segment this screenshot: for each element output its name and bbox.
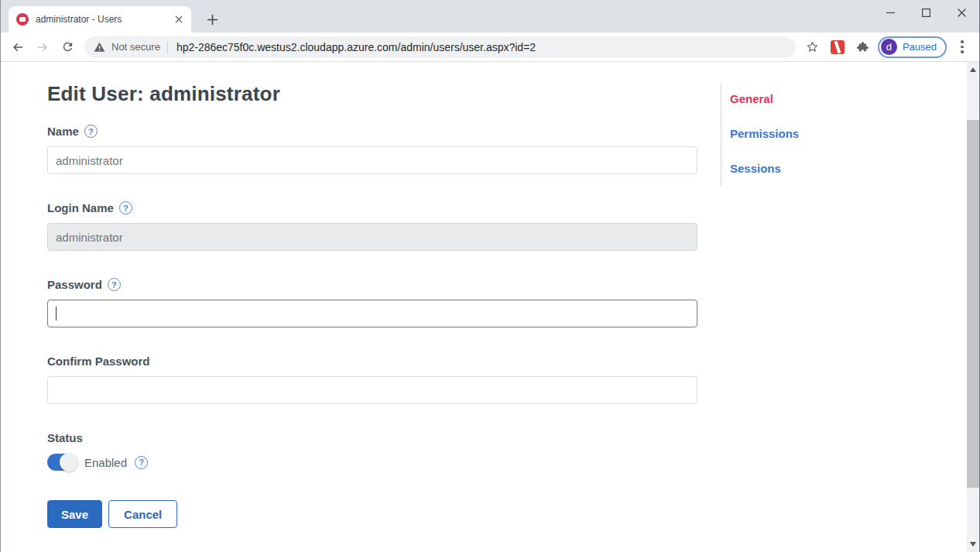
confirm-password-field-group: Confirm Password (47, 355, 697, 404)
tab-strip: administrator - Users (1, 0, 979, 33)
cancel-button[interactable]: Cancel (108, 500, 177, 528)
nav-item-general[interactable]: General (721, 92, 875, 105)
chrome-menu-button[interactable] (951, 36, 973, 58)
not-secure-warning-icon (94, 42, 105, 53)
browser-toolbar: Not secure hp2-286ec75f0c.westus2.clouda… (1, 33, 979, 62)
page-title: Edit User: administrator (47, 82, 697, 106)
browser-tab[interactable]: administrator - Users (9, 6, 191, 33)
password-input[interactable] (47, 300, 697, 327)
extensions-puzzle-icon[interactable] (852, 36, 873, 58)
tab-close-icon[interactable] (172, 13, 185, 26)
bookmark-star-icon[interactable] (802, 36, 824, 58)
reload-button[interactable] (57, 36, 78, 58)
toggle-knob (60, 453, 78, 471)
page-scrollbar[interactable] (967, 62, 979, 552)
address-bar[interactable]: Not secure hp2-286ec75f0c.westus2.clouda… (84, 36, 796, 58)
tab-title: administrator - Users (36, 14, 166, 25)
status-toggle[interactable] (47, 454, 77, 471)
page-content: Edit User: administrator Name ? Login Na… (2, 62, 966, 552)
nav-item-permissions[interactable]: Permissions (721, 127, 875, 140)
name-field-group: Name ? (47, 125, 697, 174)
window-close-button[interactable] (944, 0, 979, 25)
profile-button[interactable]: d Paused (878, 36, 947, 58)
forward-button[interactable] (32, 36, 53, 58)
profile-avatar: d (881, 39, 897, 55)
confirm-password-label: Confirm Password (47, 355, 150, 368)
login-name-label: Login Name (47, 201, 114, 214)
browser-window: administrator - Users (0, 0, 980, 552)
status-label: Status (47, 431, 83, 444)
url-text[interactable]: hp2-286ec75f0c.westus2.cloudapp.azure.co… (176, 41, 536, 53)
password-help-icon[interactable]: ? (108, 278, 121, 291)
new-tab-button[interactable] (201, 9, 223, 30)
name-label: Name (47, 125, 79, 138)
status-state-label: Enabled (84, 456, 127, 469)
window-controls (872, 0, 979, 25)
confirm-password-input[interactable] (47, 376, 697, 404)
login-name-field-group: Login Name ? (47, 201, 697, 251)
status-field-group: Status Enabled ? (47, 431, 697, 471)
name-help-icon[interactable]: ? (84, 125, 98, 138)
extension-adblock-icon[interactable] (827, 36, 848, 58)
save-button[interactable]: Save (47, 500, 102, 528)
scrollbar-up-arrow-icon[interactable] (970, 67, 976, 72)
form-actions: Save Cancel (47, 500, 697, 528)
login-name-input (47, 223, 697, 251)
text-caret (56, 307, 57, 321)
scrollbar-thumb[interactable] (967, 120, 979, 488)
window-minimize-button[interactable] (872, 0, 908, 25)
sync-paused-label: Paused (903, 41, 937, 53)
security-label[interactable]: Not secure (111, 41, 160, 53)
site-favicon-icon (16, 13, 29, 26)
edit-user-form: Edit User: administrator Name ? Login Na… (47, 62, 697, 528)
nav-item-sessions[interactable]: Sessions (721, 162, 875, 175)
status-help-icon[interactable]: ? (135, 456, 148, 469)
section-nav: General Permissions Sessions (721, 83, 875, 186)
login-name-help-icon[interactable]: ? (119, 201, 132, 214)
omnibox-divider (167, 41, 168, 53)
password-field-group: Password ? (47, 278, 697, 327)
back-button[interactable] (7, 36, 29, 58)
password-label: Password (47, 278, 102, 291)
scrollbar-down-arrow-icon[interactable] (970, 542, 976, 547)
name-input[interactable] (47, 146, 697, 174)
window-maximize-button[interactable] (908, 0, 944, 25)
kebab-menu-icon (961, 40, 964, 53)
